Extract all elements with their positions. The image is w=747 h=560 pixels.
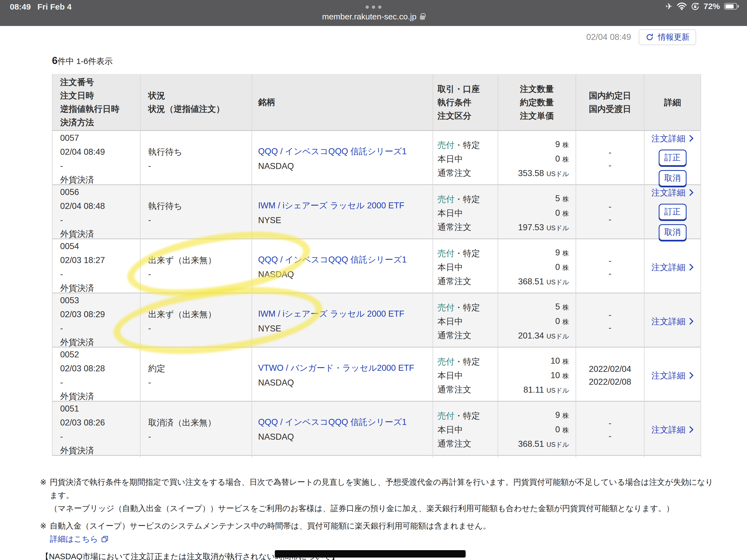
header-status: 状況状況（逆指値注文） xyxy=(140,74,252,130)
header-domestic-dates: 国内約定日国内受渡日 xyxy=(576,74,644,130)
cancel-button[interactable]: 取消 xyxy=(659,224,687,240)
trade-side: 売付 xyxy=(437,195,455,204)
symbol-link[interactable]: QQQ / インベスコQQQ 信託シリーズ1 xyxy=(258,415,433,430)
symbol-cell: IWM / iシェアーズ ラッセル 2000 ETF NYSE xyxy=(252,185,433,241)
symbol-cell: QQQ / インベスコQQQ 信託シリーズ1 NASDAQ xyxy=(252,402,433,457)
address-bar[interactable]: member.rakuten-sec.co.jp xyxy=(322,12,425,21)
note-currency-settlement: ※ 円貨決済で執行条件を期間指定で買い注文をする場合、日次で為替レートの見直しを… xyxy=(40,476,720,515)
trade-side: 売付 xyxy=(437,140,455,150)
result-count: 6件中 1-6件表示 xyxy=(52,55,747,67)
note-sweep-maintenance: ※ 自動入金（スイープ）サービスのシステムメンテナンス中の時間帯は、買付可能額に… xyxy=(40,519,720,545)
order-number-cell: 005302/03 08:29 -外貨決済 xyxy=(52,294,140,349)
order-detail-link[interactable]: 注文詳細 xyxy=(651,368,694,383)
detail-cell: 注文詳細 訂正 取消 xyxy=(644,185,701,241)
dates-cell: -- xyxy=(576,239,644,295)
detail-cell: 注文詳細 xyxy=(644,348,701,403)
table-row: 005702/04 08:49 -外貨決済 執行待ち- QQQ / インベスコQ… xyxy=(52,131,700,185)
refresh-button[interactable]: 情報更新 xyxy=(639,29,696,45)
refresh-label: 情報更新 xyxy=(658,32,690,43)
page-toolbar: 02/04 08:49 情報更新 xyxy=(0,30,696,44)
modify-button[interactable]: 訂正 xyxy=(659,150,687,166)
details-here-link[interactable]: 詳細はこちら xyxy=(50,532,108,545)
redaction-bar xyxy=(275,550,466,558)
footnotes: ※ 円貨決済で執行条件を期間指定で買い注文をする場合、日次で為替レートの見直しを… xyxy=(40,476,720,560)
symbol-link[interactable]: IWM / iシェアーズ ラッセル 2000 ETF xyxy=(258,198,433,213)
symbol-link[interactable]: IWM / iシェアーズ ラッセル 2000 ETF xyxy=(258,307,433,321)
trade-cell: 売付・特定 本日中通常注文 xyxy=(433,348,498,403)
trade-side: 売付 xyxy=(437,357,455,366)
symbol-link[interactable]: QQQ / インベスコQQQ 信託シリーズ1 xyxy=(258,252,433,267)
external-link-icon xyxy=(101,535,108,543)
order-number-cell: 005702/04 08:49 -外貨決済 xyxy=(52,131,140,187)
market-label: NYSE xyxy=(258,213,433,228)
status-cell: 執行待ち- xyxy=(140,131,252,187)
chevron-right-icon xyxy=(689,317,694,325)
header-order-number: 注文番号注文日時 逆指値執行日時決済方法 xyxy=(52,74,140,130)
detail-cell: 注文詳細 xyxy=(644,294,701,349)
order-detail-link[interactable]: 注文詳細 xyxy=(651,260,694,274)
battery-icon xyxy=(724,3,739,9)
chevron-right-icon xyxy=(689,189,694,196)
trade-cell: 売付・特定 本日中通常注文 xyxy=(433,131,498,187)
symbol-link[interactable]: VTWO / バンガード・ラッセル2000 ETF xyxy=(258,361,433,376)
status-date: Fri Feb 4 xyxy=(37,2,72,11)
battery-percent: 72% xyxy=(703,2,720,11)
market-label: NASDAQ xyxy=(258,376,433,390)
header-trade-account: 取引・口座執行条件注文区分 xyxy=(433,74,498,130)
dates-cell: -- xyxy=(576,131,644,187)
trade-cell: 売付・特定 本日中通常注文 xyxy=(433,294,498,349)
status-cell: 出来ず（出来無）- xyxy=(140,294,252,349)
cancel-button[interactable]: 取消 xyxy=(659,170,687,186)
order-number-cell: 005602/04 08:48 -外貨決済 xyxy=(52,185,140,241)
order-detail-link[interactable]: 注文詳細 xyxy=(651,131,694,146)
quantity-cell: 10株 10株 81.11USドル xyxy=(498,348,576,403)
header-detail: 詳細 xyxy=(644,74,701,130)
last-updated-timestamp: 02/04 08:49 xyxy=(586,32,631,42)
header-quantity: 注文数量約定数量注文単価 xyxy=(498,74,576,130)
trade-cell: 売付・特定 本日中通常注文 xyxy=(433,402,498,457)
symbol-cell: QQQ / インベスコQQQ 信託シリーズ1 NASDAQ xyxy=(252,131,433,187)
detail-cell: 注文詳細 訂正 取消 xyxy=(644,131,701,187)
market-label: NASDAQ xyxy=(258,159,433,174)
orders-table: 注文番号注文日時 逆指値執行日時決済方法 状況状況（逆指値注文） 銘柄 取引・口… xyxy=(52,74,700,456)
symbol-cell: VTWO / バンガード・ラッセル2000 ETF NASDAQ xyxy=(252,348,433,403)
dates-cell: 2022/02/042022/02/08 xyxy=(576,348,644,403)
dates-cell: -- xyxy=(576,402,644,457)
chevron-right-icon xyxy=(689,426,694,433)
address-url: member.rakuten-sec.co.jp xyxy=(322,12,416,21)
order-detail-link[interactable]: 注文詳細 xyxy=(651,314,694,328)
status-cell: 執行待ち- xyxy=(140,185,252,241)
status-bar: 08:49 Fri Feb 4 ✈ 72% member.rak xyxy=(0,0,747,26)
table-row: 005202/03 08:28 -外貨決済 約定- VTWO / バンガード・ラ… xyxy=(52,348,700,402)
status-cell: 出来ず（出来無）- xyxy=(140,239,252,295)
order-number-cell: 005202/03 08:28 -外貨決済 xyxy=(52,348,140,403)
trade-cell: 売付・特定 本日中通常注文 xyxy=(433,239,498,295)
refresh-icon xyxy=(645,33,654,42)
market-label: NASDAQ xyxy=(258,430,433,444)
chevron-right-icon xyxy=(689,372,694,379)
order-detail-link[interactable]: 注文詳細 xyxy=(651,423,694,437)
symbol-link[interactable]: QQQ / インベスコQQQ 信託シリーズ1 xyxy=(258,144,433,159)
table-row: 005402/03 18:27 -外貨決済 出来ず（出来無）- QQQ / イン… xyxy=(52,239,700,294)
dates-cell: -- xyxy=(576,185,644,241)
table-header-row: 注文番号注文日時 逆指値執行日時決済方法 状況状況（逆指値注文） 銘柄 取引・口… xyxy=(52,74,700,131)
symbol-cell: QQQ / インベスコQQQ 信託シリーズ1 NASDAQ xyxy=(252,239,433,295)
tab-overview-dots-icon[interactable] xyxy=(366,5,381,9)
airplane-mode-icon: ✈ xyxy=(666,2,673,11)
detail-cell: 注文詳細 xyxy=(644,402,701,457)
trade-side: 売付 xyxy=(437,249,455,258)
status-cell: 取消済（出来無）- xyxy=(140,402,252,457)
chevron-right-icon xyxy=(689,134,694,142)
rotation-lock-icon xyxy=(691,2,699,11)
symbol-cell: IWM / iシェアーズ ラッセル 2000 ETF NYSE xyxy=(252,294,433,349)
quantity-cell: 9株 0株 368.51USドル xyxy=(498,239,576,295)
order-detail-link[interactable]: 注文詳細 xyxy=(651,186,694,200)
trade-side: 売付 xyxy=(437,303,455,312)
modify-button[interactable]: 訂正 xyxy=(659,204,687,220)
quantity-cell: 5株 0株 201.34USドル xyxy=(498,294,576,349)
dates-cell: -- xyxy=(576,294,644,349)
trade-side: 売付 xyxy=(437,411,455,421)
table-row: 005602/04 08:48 -外貨決済 執行待ち- IWM / iシェアーズ… xyxy=(52,185,700,239)
trade-cell: 売付・特定 本日中通常注文 xyxy=(433,185,498,241)
status-time: 08:49 xyxy=(10,2,31,11)
